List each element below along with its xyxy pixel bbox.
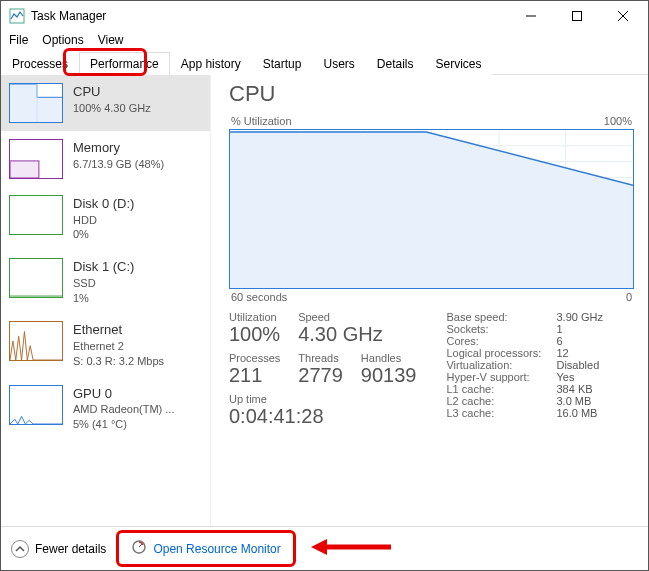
task-manager-window: Task Manager File Options View Processes… [0, 0, 649, 571]
stat-handles-label: Handles [361, 352, 417, 364]
sidebar-item-ethernet[interactable]: Ethernet Ethernet 2 S: 0.3 R: 3.2 Mbps [1, 313, 210, 376]
info-l2-v: 3.0 MB [556, 395, 591, 407]
main-panel: CPU % Utilization 100% 60 seconds 0 [211, 75, 648, 526]
svg-marker-28 [311, 539, 327, 555]
info-logical-k: Logical processors: [446, 347, 556, 359]
disk1-thumb [9, 258, 63, 298]
disk0-thumb [9, 195, 63, 235]
chart-label-left: % Utilization [231, 115, 292, 127]
info-hyperv-v: Yes [556, 371, 574, 383]
sidebar-memory-title: Memory [73, 139, 164, 157]
sidebar-ethernet-sub2: S: 0.3 R: 3.2 Mbps [73, 354, 164, 369]
svg-line-26 [139, 544, 142, 547]
sidebar-gpu-title: GPU 0 [73, 385, 174, 403]
info-l3-v: 16.0 MB [556, 407, 597, 419]
info-logical-v: 12 [556, 347, 568, 359]
sidebar-item-disk0[interactable]: Disk 0 (D:) HDD 0% [1, 187, 210, 250]
gpu-thumb [9, 385, 63, 425]
resource-monitor-icon [131, 539, 147, 558]
annotation-arrow-icon [311, 537, 391, 561]
sidebar-memory-sub: 6.7/13.9 GB (48%) [73, 157, 164, 172]
stat-utilization-label: Utilization [229, 311, 280, 323]
sidebar-ethernet-sub1: Ethernet 2 [73, 339, 164, 354]
sidebar-ethernet-title: Ethernet [73, 321, 164, 339]
sidebar-item-cpu[interactable]: CPU 100% 4.30 GHz [1, 75, 210, 131]
tab-startup[interactable]: Startup [252, 52, 313, 75]
svg-rect-6 [37, 97, 62, 122]
sidebar-item-gpu[interactable]: GPU 0 AMD Radeon(TM) ... 5% (41 °C) [1, 377, 210, 440]
info-basespeed-k: Base speed: [446, 311, 556, 323]
info-sockets-v: 1 [556, 323, 562, 335]
info-virt-k: Virtualization: [446, 359, 556, 371]
info-l3-k: L3 cache: [446, 407, 556, 419]
sidebar-disk1-sub1: SSD [73, 276, 134, 291]
info-sockets-k: Sockets: [446, 323, 556, 335]
titlebar[interactable]: Task Manager [1, 1, 648, 31]
sidebar-item-memory[interactable]: Memory 6.7/13.9 GB (48%) [1, 131, 210, 187]
page-title: CPU [229, 81, 634, 107]
stat-uptime-value: 0:04:41:28 [229, 405, 416, 428]
fewer-details-button[interactable]: Fewer details [11, 540, 106, 558]
cpu-chart [229, 129, 634, 289]
info-cores-k: Cores: [446, 335, 556, 347]
stat-handles-value: 90139 [361, 364, 417, 387]
close-button[interactable] [600, 1, 646, 31]
tabstrip: Processes Performance App history Startu… [1, 51, 648, 75]
sidebar-item-disk1[interactable]: Disk 1 (C:) SSD 1% [1, 250, 210, 313]
open-resource-monitor-button[interactable]: Open Resource Monitor [125, 535, 286, 562]
menu-file[interactable]: File [9, 33, 28, 47]
chevron-up-icon [11, 540, 29, 558]
menubar: File Options View [1, 31, 648, 51]
tab-details[interactable]: Details [366, 52, 425, 75]
ethernet-thumb [9, 321, 63, 361]
info-hyperv-k: Hyper-V support: [446, 371, 556, 383]
open-resource-monitor-label: Open Resource Monitor [153, 542, 280, 556]
info-table: Base speed:3.90 GHz Sockets:1 Cores:6 Lo… [446, 311, 602, 434]
stat-speed-label: Speed [298, 311, 382, 323]
content: CPU 100% 4.30 GHz Memory 6.7/13.9 GB (48… [1, 75, 648, 526]
svg-rect-8 [10, 161, 39, 178]
stat-utilization-value: 100% [229, 323, 280, 346]
stats-row: Utilization 100% Speed 4.30 GHz Processe… [229, 311, 634, 434]
info-virt-v: Disabled [556, 359, 599, 371]
sidebar-disk1-title: Disk 1 (C:) [73, 258, 134, 276]
info-l2-k: L2 cache: [446, 395, 556, 407]
maximize-button[interactable] [554, 1, 600, 31]
chart-label-right: 100% [604, 115, 632, 127]
info-basespeed-v: 3.90 GHz [556, 311, 602, 323]
window-title: Task Manager [31, 9, 508, 23]
sidebar-disk0-sub2: 0% [73, 227, 134, 242]
info-l1-k: L1 cache: [446, 383, 556, 395]
sidebar-cpu-sub: 100% 4.30 GHz [73, 101, 151, 116]
svg-rect-5 [10, 84, 37, 122]
memory-thumb [9, 139, 63, 179]
stat-speed-value: 4.30 GHz [298, 323, 382, 346]
stat-uptime-label: Up time [229, 393, 416, 405]
tab-app-history[interactable]: App history [170, 52, 252, 75]
stat-threads-value: 2779 [298, 364, 343, 387]
tab-processes[interactable]: Processes [1, 52, 79, 75]
chart-foot-left: 60 seconds [231, 291, 287, 303]
info-l1-v: 384 KB [556, 383, 592, 395]
minimize-button[interactable] [508, 1, 554, 31]
chart-foot-right: 0 [626, 291, 632, 303]
sidebar-disk1-sub2: 1% [73, 291, 134, 306]
app-icon [9, 8, 25, 24]
stat-processes-value: 211 [229, 364, 280, 387]
stat-threads-label: Threads [298, 352, 343, 364]
info-cores-v: 6 [556, 335, 562, 347]
sidebar-disk0-title: Disk 0 (D:) [73, 195, 134, 213]
svg-marker-24 [230, 132, 633, 288]
fewer-details-label: Fewer details [35, 542, 106, 556]
footer: Fewer details Open Resource Monitor [1, 526, 648, 570]
sidebar-gpu-sub1: AMD Radeon(TM) ... [73, 402, 174, 417]
stat-processes-label: Processes [229, 352, 280, 364]
sidebar-gpu-sub2: 5% (41 °C) [73, 417, 174, 432]
sidebar-disk0-sub1: HDD [73, 213, 134, 228]
tab-users[interactable]: Users [312, 52, 365, 75]
menu-view[interactable]: View [98, 33, 124, 47]
svg-rect-2 [573, 12, 582, 21]
tab-services[interactable]: Services [425, 52, 493, 75]
tab-performance[interactable]: Performance [79, 52, 170, 75]
menu-options[interactable]: Options [42, 33, 83, 47]
